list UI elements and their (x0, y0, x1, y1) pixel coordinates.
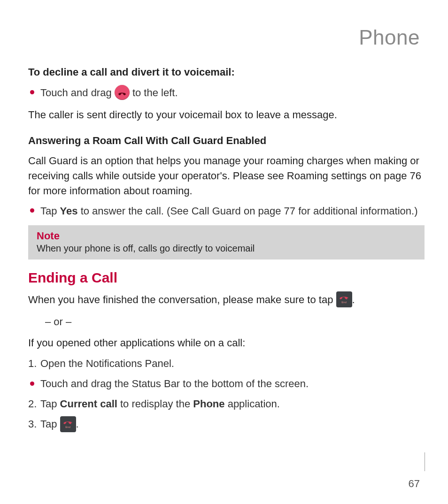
ending-steps: Open the Notifications Panel. Touch and … (28, 355, 425, 433)
manual-page: Phone To decline a call and divert it to… (0, 0, 448, 504)
text: Touch and drag the Status Bar to the bot… (40, 378, 309, 389)
text: When you have finished the conversation,… (28, 294, 336, 305)
step-2: Tap Current call to redisplay the Phone … (28, 396, 425, 412)
end-call-icon: End (60, 416, 76, 432)
side-rule (425, 452, 425, 471)
text: . (352, 294, 355, 305)
text: Tap (40, 398, 60, 410)
text: Touch and drag (40, 87, 115, 99)
decline-list: Touch and drag to the left. (28, 85, 425, 101)
decline-result: The caller is sent directly to your voic… (28, 107, 425, 122)
text: Tap (40, 418, 60, 430)
text: Tap (40, 205, 60, 217)
text: application. (225, 398, 280, 410)
roam-body: Call Guard is an option that helps you m… (28, 153, 425, 199)
text: to redisplay the (117, 398, 193, 410)
decline-step: Touch and drag to the left. (28, 85, 425, 101)
note-title: Note (37, 230, 416, 242)
text: . (76, 418, 79, 430)
ending-p2: If you opened other applications while o… (28, 336, 425, 351)
roam-list: Tap Yes to answer the call. (See Call Gu… (28, 203, 425, 219)
end-label: End (341, 301, 347, 304)
end-label: End (65, 426, 70, 428)
decline-subhead: To decline a call and divert it to voice… (28, 66, 425, 78)
step-1-sub: Touch and drag the Status Bar to the bot… (28, 375, 425, 392)
text: Open the Notifications Panel. (40, 358, 174, 369)
current-call-label: Current call (60, 398, 117, 410)
end-call-icon: End (336, 291, 352, 307)
or-separator: – or – (45, 316, 425, 328)
text: to answer the call. (See Call Guard on p… (78, 205, 418, 217)
note-body: When your phone is off, calls go directl… (37, 243, 416, 254)
phone-decline-icon (115, 85, 130, 100)
roam-step: Tap Yes to answer the call. (See Call Gu… (28, 203, 425, 219)
phone-label: Phone (193, 398, 224, 410)
ending-p1: When you have finished the conversation,… (28, 292, 425, 308)
page-number: 67 (409, 478, 420, 490)
roam-subhead: Answering a Roam Call With Call Guard En… (28, 135, 425, 147)
step-1: Open the Notifications Panel. (28, 355, 425, 372)
section-header: Phone (28, 26, 425, 49)
ending-call-heading: Ending a Call (28, 270, 425, 286)
text: to the left. (132, 87, 178, 99)
step-3: Tap End . (28, 416, 425, 433)
yes-label: Yes (60, 205, 78, 217)
note-box: Note When your phone is off, calls go di… (28, 225, 425, 260)
